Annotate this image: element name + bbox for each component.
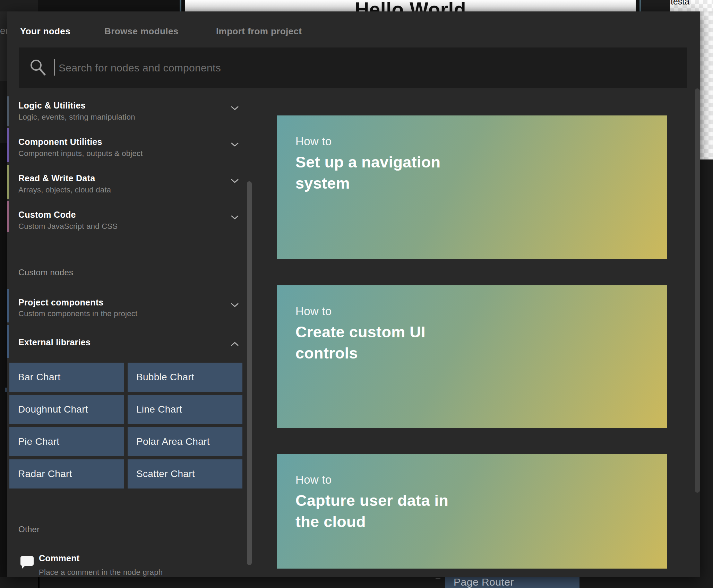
node-label: Polar Area Chart xyxy=(136,436,210,447)
background-gap xyxy=(636,0,639,11)
card-title: Capture user data in the cloud xyxy=(295,490,448,532)
background-right-column xyxy=(700,159,713,588)
text-caret xyxy=(54,59,55,76)
search-icon xyxy=(29,59,48,77)
category-subtitle: Custom JavaScript and CSS xyxy=(18,222,118,231)
category-subtitle: Logic, events, string manipulation xyxy=(18,113,135,122)
node-label: Line Chart xyxy=(136,404,182,415)
page-router-label: Page Router xyxy=(454,577,514,588)
category-read-write-data[interactable]: Read & Write Data xyxy=(18,173,95,183)
background-left-column xyxy=(0,143,7,577)
app-canvas-preview: Hello World xyxy=(185,0,636,11)
node-label: Pie Chart xyxy=(18,436,59,447)
category-color-bar xyxy=(7,289,9,322)
comment-subtitle: Place a comment in the node graph xyxy=(39,568,163,577)
background-left-column xyxy=(0,81,7,143)
howto-card-navigation[interactable]: How to Set up a navigation system xyxy=(277,115,667,259)
comment-icon xyxy=(20,556,34,569)
section-custom-nodes: Custom nodes xyxy=(18,268,73,277)
canvas-corner-patch: testa xyxy=(670,0,713,11)
background-bottom-band xyxy=(0,577,713,588)
howto-card-custom-ui[interactable]: How to Create custom UI controls xyxy=(277,285,667,428)
node-label: Scatter Chart xyxy=(136,468,195,479)
node-connection-stub xyxy=(436,578,440,579)
chevron-down-icon[interactable] xyxy=(231,215,239,220)
tab-import-from-project[interactable]: Import from project xyxy=(216,26,302,37)
background-gap xyxy=(181,0,185,11)
node-label: Bubble Chart xyxy=(136,372,194,383)
category-external-libraries[interactable]: External libraries xyxy=(18,337,91,347)
howto-card-cloud-data[interactable]: How to Capture user data in the cloud xyxy=(277,454,667,569)
left-panel-scrollbar[interactable] xyxy=(247,181,252,565)
category-subtitle: Custom components in the project xyxy=(18,309,137,318)
dialog-scrollbar[interactable] xyxy=(695,88,700,493)
node-pie-chart[interactable]: Pie Chart xyxy=(9,427,124,456)
tab-browse-modules[interactable]: Browse modules xyxy=(104,26,179,37)
node-polar-area-chart[interactable]: Polar Area Chart xyxy=(128,427,242,456)
category-component-utilities[interactable]: Component Utilities xyxy=(18,137,102,147)
background-panel-top-mid xyxy=(38,0,180,11)
node-doughnut-chart[interactable]: Doughnut Chart xyxy=(9,395,124,424)
card-eyebrow: How to xyxy=(295,305,332,318)
node-label: Doughnut Chart xyxy=(18,404,88,415)
category-color-bar xyxy=(7,96,9,126)
category-color-bar xyxy=(7,201,9,232)
card-title: Create custom UI controls xyxy=(295,321,426,364)
category-custom-code[interactable]: Custom Code xyxy=(18,210,76,220)
background-left-column: er xyxy=(0,11,7,81)
background-panel-top-left xyxy=(0,0,38,11)
node-label: Bar Chart xyxy=(18,372,61,383)
card-eyebrow: How to xyxy=(295,135,332,148)
category-logic-utilities[interactable]: Logic & Utilities xyxy=(18,101,86,111)
node-picker-dialog: Your nodes Browse modules Import from pr… xyxy=(7,11,700,577)
category-color-bar xyxy=(7,165,9,199)
chevron-up-icon[interactable] xyxy=(231,341,239,346)
tab-your-nodes[interactable]: Your nodes xyxy=(20,26,70,37)
category-subtitle: Arrays, objects, cloud data xyxy=(18,185,111,194)
search-input[interactable]: Search for nodes and components xyxy=(19,47,687,88)
node-scatter-chart[interactable]: Scatter Chart xyxy=(128,459,242,488)
node-bar-chart[interactable]: Bar Chart xyxy=(9,363,124,392)
transparency-checkerboard xyxy=(700,11,713,159)
card-title: Set up a navigation system xyxy=(295,152,440,194)
node-comment[interactable]: Comment xyxy=(39,553,79,563)
canvas-heading: Hello World xyxy=(185,0,636,11)
background-gap xyxy=(641,0,670,11)
category-color-bar xyxy=(7,128,9,162)
category-color-bar xyxy=(7,325,9,358)
node-radar-chart[interactable]: Radar Chart xyxy=(9,459,124,488)
background-divider-line xyxy=(38,577,40,588)
chevron-down-icon[interactable] xyxy=(231,179,239,183)
card-eyebrow: How to xyxy=(295,473,332,486)
section-other: Other xyxy=(18,525,40,534)
category-project-components[interactable]: Project components xyxy=(18,297,104,308)
clipped-background-text: er xyxy=(0,25,7,36)
category-subtitle: Component inputs, outputs & object xyxy=(18,149,143,158)
node-label: Radar Chart xyxy=(18,468,72,479)
page-router-node[interactable]: Page Router xyxy=(445,577,579,588)
chevron-down-icon[interactable] xyxy=(231,142,239,147)
chevron-down-icon[interactable] xyxy=(231,106,239,111)
node-bubble-chart[interactable]: Bubble Chart xyxy=(128,363,242,392)
search-placeholder: Search for nodes and components xyxy=(59,47,221,88)
canvas-corner-label: testa xyxy=(671,0,689,7)
chevron-down-icon[interactable] xyxy=(231,303,239,308)
node-line-chart[interactable]: Line Chart xyxy=(128,395,242,424)
